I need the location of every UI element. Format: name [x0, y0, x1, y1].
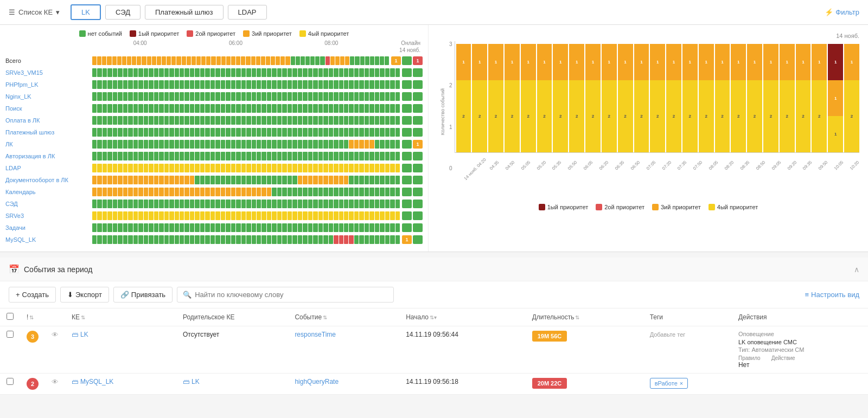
- heat-cell[interactable]: [365, 92, 369, 101]
- heat-cell[interactable]: [326, 56, 330, 65]
- heat-cell[interactable]: [138, 128, 143, 137]
- heat-cell[interactable]: [318, 140, 323, 149]
- heat-cell[interactable]: [180, 211, 184, 220]
- heat-cell[interactable]: [128, 200, 132, 208]
- heat-cell[interactable]: [159, 211, 163, 220]
- heat-cell[interactable]: [323, 164, 328, 172]
- heat-cell[interactable]: [344, 116, 348, 125]
- heat-cell[interactable]: [205, 68, 209, 77]
- heat-cell[interactable]: [282, 152, 286, 160]
- heat-cell[interactable]: [236, 56, 240, 65]
- heat-cell[interactable]: [123, 68, 127, 77]
- heat-cell[interactable]: [154, 128, 158, 137]
- heat-cell[interactable]: [241, 80, 246, 89]
- heat-cell[interactable]: [303, 152, 307, 160]
- heat-cell[interactable]: [380, 92, 384, 101]
- heat-cell[interactable]: [261, 188, 266, 196]
- heat-cell[interactable]: [349, 128, 353, 137]
- heat-cell[interactable]: [329, 235, 333, 244]
- heat-cell[interactable]: [236, 104, 240, 113]
- collapse-button[interactable]: ∧: [854, 265, 859, 274]
- heat-cell[interactable]: [200, 140, 205, 149]
- heat-cell[interactable]: [292, 164, 297, 172]
- heat-cell[interactable]: [97, 140, 101, 149]
- heat-cell[interactable]: [159, 176, 163, 184]
- heat-cell[interactable]: [267, 152, 271, 160]
- heat-cell[interactable]: [323, 128, 328, 137]
- heat-cell[interactable]: [266, 56, 270, 65]
- heat-cell[interactable]: [210, 80, 215, 89]
- heat-cell[interactable]: [154, 223, 158, 232]
- heat-cell[interactable]: [395, 80, 400, 89]
- heat-cell[interactable]: [154, 104, 158, 113]
- heat-cell[interactable]: [128, 176, 132, 184]
- heat-cell[interactable]: [344, 211, 348, 220]
- heat-cell[interactable]: [369, 68, 374, 77]
- heat-cell[interactable]: [149, 200, 153, 208]
- ke-link[interactable]: LK: [80, 331, 88, 338]
- heat-cell[interactable]: [231, 140, 235, 149]
- heat-cell[interactable]: [221, 188, 225, 196]
- heat-cell[interactable]: [344, 164, 348, 172]
- heat-cell[interactable]: [267, 80, 271, 89]
- heat-cell[interactable]: [231, 223, 235, 232]
- heat-cell[interactable]: [118, 68, 122, 77]
- heat-cell[interactable]: [380, 116, 384, 125]
- heat-cell[interactable]: [210, 188, 215, 196]
- heat-cell[interactable]: [385, 116, 390, 125]
- heat-cell[interactable]: [334, 164, 338, 172]
- heat-cell[interactable]: [277, 80, 282, 89]
- heat-cell[interactable]: [180, 200, 184, 208]
- heat-cell[interactable]: [128, 80, 132, 89]
- heat-cell[interactable]: [205, 211, 209, 220]
- start-sort-icon[interactable]: ⇅▾: [430, 314, 437, 320]
- heat-cell[interactable]: [369, 140, 374, 149]
- heat-cell[interactable]: [313, 68, 317, 77]
- heat-cell[interactable]: [256, 56, 260, 65]
- heat-cell[interactable]: [149, 176, 153, 184]
- heat-cell[interactable]: [257, 68, 261, 77]
- heat-cell[interactable]: [267, 116, 271, 125]
- heat-cell[interactable]: [334, 188, 338, 196]
- heat-cell[interactable]: [272, 164, 276, 172]
- heat-cell[interactable]: [164, 211, 169, 220]
- heat-cell[interactable]: [252, 128, 256, 137]
- heat-cell[interactable]: [390, 152, 394, 160]
- heat-cell[interactable]: [236, 152, 240, 160]
- heat-cell[interactable]: [157, 56, 161, 65]
- heat-cell[interactable]: [241, 164, 246, 172]
- heat-cell[interactable]: [288, 188, 292, 196]
- heat-cell[interactable]: [221, 200, 225, 208]
- heat-cell[interactable]: [390, 211, 394, 220]
- heat-cell[interactable]: [118, 223, 122, 232]
- heat-cell[interactable]: [210, 200, 215, 208]
- heat-cell[interactable]: [215, 152, 220, 160]
- row-name[interactable]: ЛК: [5, 141, 92, 147]
- heat-cell[interactable]: [334, 116, 338, 125]
- heat-cell[interactable]: [354, 223, 359, 232]
- heat-cell[interactable]: [162, 56, 166, 65]
- heat-cell[interactable]: [180, 188, 184, 196]
- heat-cell[interactable]: [144, 211, 148, 220]
- heat-cell[interactable]: [138, 104, 143, 113]
- heat-cell[interactable]: [103, 235, 107, 244]
- row-checkbox[interactable]: [7, 331, 14, 338]
- heat-cell[interactable]: [385, 200, 390, 208]
- heat-cell[interactable]: [252, 80, 256, 89]
- heat-cell[interactable]: [252, 200, 256, 208]
- heat-cell[interactable]: [395, 140, 400, 149]
- heat-cell[interactable]: [92, 164, 97, 172]
- heat-cell[interactable]: [221, 140, 225, 149]
- heat-cell[interactable]: [272, 223, 276, 232]
- heat-cell[interactable]: [339, 235, 343, 244]
- heat-cell[interactable]: [154, 116, 158, 125]
- heat-cell[interactable]: [323, 140, 328, 149]
- event-sort-icon[interactable]: ⇅: [323, 314, 327, 320]
- heat-cell[interactable]: [385, 164, 390, 172]
- heat-cell[interactable]: [123, 92, 127, 101]
- heat-cell[interactable]: [103, 211, 107, 220]
- heat-cell[interactable]: [236, 68, 240, 77]
- heat-cell[interactable]: [118, 176, 122, 184]
- heat-cell[interactable]: [359, 152, 363, 160]
- heat-cell[interactable]: [113, 200, 117, 208]
